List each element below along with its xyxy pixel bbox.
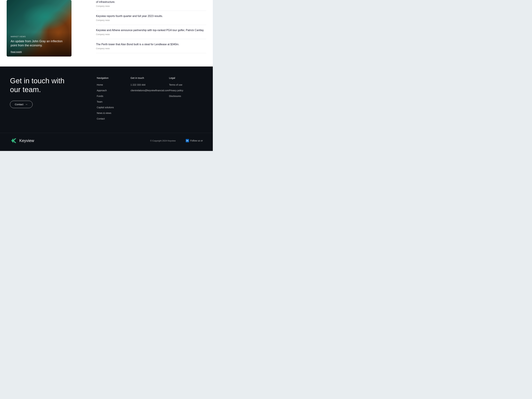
right-panel: of infrastructure. Company news Keyview … [89,0,213,57]
nav-list: Home Approach Funds Team Capital solutio… [97,83,131,120]
left-panel: Market views An update from John Gray an… [0,0,89,57]
privacy-link[interactable]: Privacy policy [169,89,183,92]
card-content: Market views An update from John Gray an… [7,32,71,57]
nav-link-funds[interactable]: Funds [97,95,103,97]
footer-legal-col: Legal Terms of use Privacy policy Disclo… [169,76,203,123]
card-title: An update from John Gray an inflection p… [11,39,68,48]
arrow-icon: → [25,103,28,106]
terms-link[interactable]: Terms of use [169,83,182,86]
news-item: Keyview and Athene announce partnership … [96,25,206,39]
list-item: News & views [97,112,131,114]
footer-cta: Get in touch with our team. Contact → [10,76,97,123]
read-insight-link[interactable]: Read insight [11,51,22,53]
news-item: of infrastructure. Company news [96,0,206,11]
nav-link-capital[interactable]: Capital solutions [97,106,114,109]
nav-link-home[interactable]: Home [97,83,103,86]
nav-link-approach[interactable]: Approach [97,89,107,92]
follow-us-text: Follow us or [190,139,203,142]
follow-us: in Follow us or [186,139,203,142]
footer-bottom: Keyview © Copyright 2024 Keyview in Foll… [0,133,213,144]
legal-list: Terms of use Privacy policy Disclosures [169,83,203,98]
list-item: 1 222 333 444 [131,83,169,86]
footer-headline-line2: our team. [10,85,41,94]
news-category: Company news [96,47,206,50]
list-item: Team [97,100,131,103]
top-section: Market views An update from John Gray an… [0,0,213,66]
footer: Get in touch with our team. Contact → Na… [0,66,213,151]
news-title: of infrastructure. [96,0,206,4]
disclosures-link[interactable]: Disclosures [169,95,181,97]
news-title: The Perth tower that Alan Bond built is … [96,42,206,46]
news-title: Keyview reports fourth quarter and full … [96,14,206,18]
contact-button[interactable]: Contact → [10,101,32,108]
card-label: Market views [11,36,68,38]
list-item: Funds [97,95,131,98]
list-item: Capital solutions [97,106,131,109]
email-link[interactable]: clientrelations@keyviewfinancial.com [131,89,169,92]
contact-col-title: Get in touch [131,76,169,79]
footer-nav-col: Navigation Home Approach Funds Team Capi… [97,76,131,123]
nav-link-team[interactable]: Team [97,101,102,103]
nav-link-news[interactable]: News & views [97,112,111,114]
list-item: Privacy policy [169,89,203,92]
news-category: Company news [96,5,206,7]
nav-link-contact[interactable]: Contact [97,117,105,120]
list-item: Contact [97,117,131,120]
logo-text: Keyview [19,138,34,143]
linkedin-icon[interactable]: in [186,139,189,142]
list-item: Home [97,83,131,86]
news-item: The Perth tower that Alan Bond built is … [96,39,206,53]
contact-button-label: Contact [15,103,23,106]
footer-contact-col: Get in touch 1 222 333 444 clientrelatio… [131,76,169,123]
keyview-logo-icon [10,137,17,144]
legal-col-title: Legal [169,76,203,79]
news-category: Company news [96,33,206,36]
footer-bottom-right: © Copyright 2024 Keyview in Follow us or [150,139,203,142]
list-item: Terms of use [169,83,203,86]
insight-card: Market views An update from John Gray an… [7,0,71,57]
news-item: Keyview reports fourth quarter and full … [96,11,206,25]
copyright-text: © Copyright 2024 Keyview [150,139,176,142]
news-title: Keyview and Athene announce partnership … [96,28,206,32]
footer-headline-line1: Get in touch with [10,77,64,85]
phone-link[interactable]: 1 222 333 444 [131,83,146,86]
contact-list: 1 222 333 444 clientrelations@keyviewfin… [131,83,169,92]
footer-inner: Get in touch with our team. Contact → Na… [0,76,213,123]
list-item: clientrelations@keyviewfinancial.com [131,89,169,92]
list-item: Approach [97,89,131,92]
news-category: Company news [96,19,206,21]
footer-headline: Get in touch with our team. [10,76,90,94]
footer-logo: Keyview [10,137,34,144]
nav-col-title: Navigation [97,76,131,79]
list-item: Disclosures [169,95,203,98]
